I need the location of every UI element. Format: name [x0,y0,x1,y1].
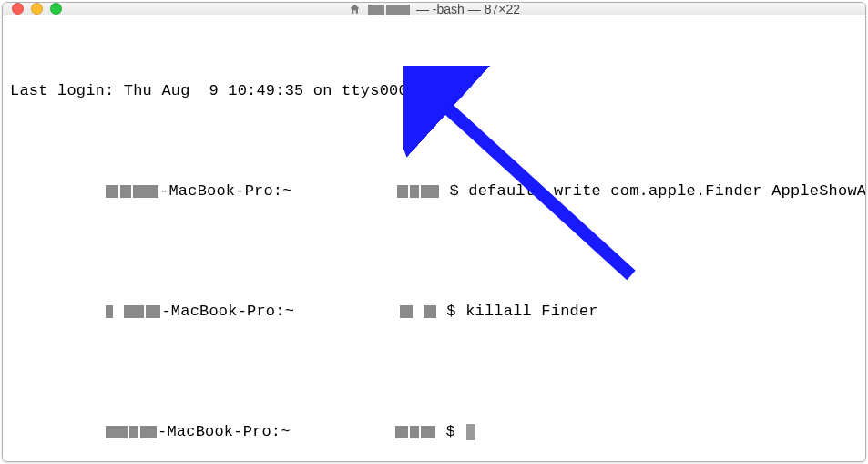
host-redaction [10,282,161,342]
home-icon [348,3,362,15]
minimize-button[interactable] [31,3,43,15]
host-suffix: -MacBook-Pro:~ [158,422,300,442]
user-redaction [303,282,436,342]
terminal-body: Last login: Thu Aug 9 10:49:35 on ttys00… [3,15,865,462]
host-suffix: -MacBook-Pro:~ [161,302,303,322]
cmd-2: killall Finder [465,302,598,322]
host-redaction [10,161,159,222]
prompt-line-3: -MacBook-Pro:~ $ ] [10,402,866,462]
cmd-1: defaults write com.apple.Finder AppleSho… [468,181,866,201]
terminal-window: — -bash — 87×22 Last login: Thu Aug 9 10… [2,2,866,462]
prompt-symbol: $ [446,302,465,322]
zoom-button[interactable] [50,3,62,15]
terminal-content[interactable]: Last login: Thu Aug 9 10:49:35 on ttys00… [3,15,866,462]
title-text: — -bash — 87×22 [416,2,520,16]
host-suffix: -MacBook-Pro:~ [159,181,301,201]
prompt-line-2: -MacBook-Pro:~ $ killall Finder [10,282,866,342]
titlebar[interactable]: — -bash — 87×22 [3,3,865,15]
traffic-lights [3,3,62,15]
cursor [466,424,475,440]
user-redaction [301,161,440,222]
close-button[interactable] [12,3,24,15]
last-login-text: Last login: Thu Aug 9 10:49:35 on ttys00… [10,81,408,101]
prompt-symbol: $ [450,181,469,201]
user-redaction [300,402,436,462]
host-redaction [10,402,158,462]
prompt-line-1: -MacBook-Pro:~ $ defaults write com.appl… [10,161,866,222]
title-redaction [367,2,411,16]
window-title: — -bash — 87×22 [3,2,865,16]
last-login-line: Last login: Thu Aug 9 10:49:35 on ttys00… [10,81,866,101]
prompt-symbol: $ [446,422,465,442]
